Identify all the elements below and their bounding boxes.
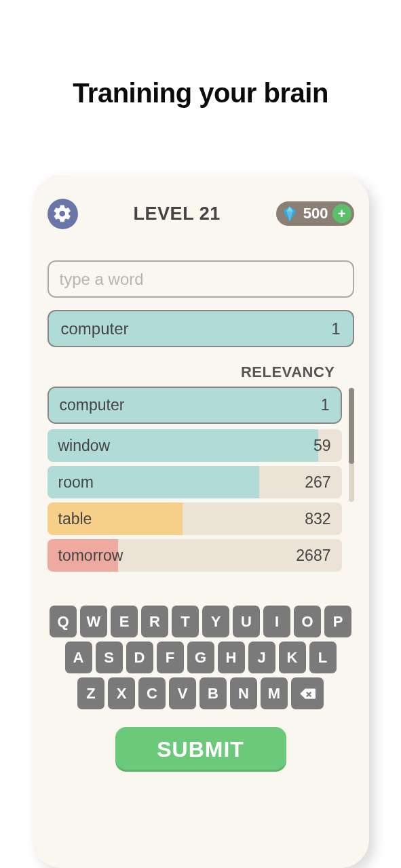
guess-word: table <box>58 510 92 528</box>
guess-rank: 2687 <box>296 547 330 565</box>
settings-button[interactable] <box>47 199 78 229</box>
svg-marker-2 <box>283 212 296 222</box>
key-p[interactable]: P <box>324 606 351 637</box>
keyboard-row: ASDFGHJKL <box>65 642 337 673</box>
key-n[interactable]: N <box>230 677 257 709</box>
guess-content: computer1 <box>49 388 341 422</box>
guess-content: table832 <box>47 502 342 535</box>
guess-word: tomorrow <box>58 547 123 565</box>
plus-icon: + <box>338 206 346 222</box>
word-input[interactable] <box>60 270 342 289</box>
guess-content: room267 <box>47 466 342 498</box>
current-guess-word: computer <box>61 319 129 338</box>
current-guess-row: computer 1 <box>47 310 354 347</box>
keyboard-row: QWERTYUIOP <box>50 606 351 637</box>
guess-row: room267 <box>47 466 342 498</box>
current-guess-rank: 1 <box>331 319 340 338</box>
key-c[interactable]: C <box>138 677 166 709</box>
key-g[interactable]: G <box>187 642 214 673</box>
guess-rank: 267 <box>305 473 330 492</box>
guess-content: window59 <box>47 429 342 462</box>
key-t[interactable]: T <box>172 606 199 637</box>
key-b[interactable]: B <box>199 677 227 709</box>
keyboard: QWERTYUIOPASDFGHJKLZXCVBNM <box>47 606 354 709</box>
key-v[interactable]: V <box>169 677 196 709</box>
key-a[interactable]: A <box>65 642 92 673</box>
guess-content: tomorrow2687 <box>47 539 342 572</box>
key-m[interactable]: M <box>261 677 288 709</box>
key-s[interactable]: S <box>96 642 123 673</box>
guess-rank: 59 <box>313 437 331 455</box>
key-j[interactable]: J <box>248 642 275 673</box>
guess-list-container: computer1window59room267table832tomorrow… <box>47 387 354 572</box>
key-d[interactable]: D <box>126 642 153 673</box>
guess-word: room <box>58 473 94 492</box>
top-bar: LEVEL 21 500 + <box>47 197 354 231</box>
key-u[interactable]: U <box>233 606 260 637</box>
guess-rank: 832 <box>305 510 330 528</box>
key-o[interactable]: O <box>294 606 321 637</box>
key-w[interactable]: W <box>80 606 107 637</box>
add-gems-button[interactable]: + <box>332 204 351 223</box>
scrollbar-thumb[interactable] <box>349 388 354 464</box>
guess-row: window59 <box>47 429 342 462</box>
key-y[interactable]: Y <box>202 606 229 637</box>
key-i[interactable]: I <box>263 606 290 637</box>
guess-row: table832 <box>47 502 342 535</box>
backspace-icon <box>299 685 316 703</box>
guess-list: computer1window59room267table832tomorrow… <box>47 387 342 572</box>
key-r[interactable]: R <box>141 606 168 637</box>
key-x[interactable]: X <box>108 677 135 709</box>
key-l[interactable]: L <box>309 642 337 673</box>
backspace-key[interactable] <box>291 677 324 709</box>
keyboard-row: ZXCVBNM <box>77 677 324 709</box>
key-e[interactable]: E <box>111 606 138 637</box>
relevancy-heading: RELEVANCY <box>47 363 354 381</box>
key-z[interactable]: Z <box>77 677 104 709</box>
guess-word: computer <box>60 396 125 414</box>
guess-word: window <box>58 437 111 455</box>
gear-icon <box>52 203 73 224</box>
submit-button[interactable]: SUBMIT <box>115 727 286 772</box>
gems-pill[interactable]: 500 + <box>276 201 354 226</box>
guess-row: tomorrow2687 <box>47 539 342 572</box>
level-label: LEVEL 21 <box>134 203 221 224</box>
word-input-field[interactable] <box>47 260 354 298</box>
key-f[interactable]: F <box>157 642 184 673</box>
key-k[interactable]: K <box>279 642 306 673</box>
gem-icon <box>280 204 299 223</box>
key-h[interactable]: H <box>218 642 245 673</box>
gems-count: 500 <box>302 205 330 222</box>
guess-row: computer1 <box>47 387 342 424</box>
guess-rank: 1 <box>321 396 330 414</box>
phone-frame: LEVEL 21 500 + computer 1 RELEVANCY comp… <box>33 175 369 868</box>
key-q[interactable]: Q <box>50 606 77 637</box>
headline: Tranining your brain <box>0 78 401 108</box>
